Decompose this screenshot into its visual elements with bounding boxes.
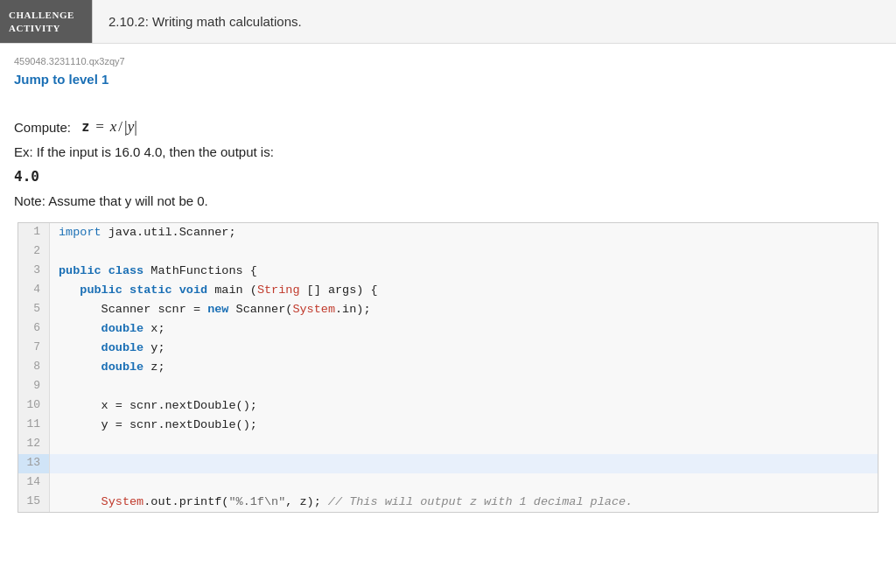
line-num-7: 7 — [18, 339, 50, 358]
code-line-5: 5 Scanner scnr = new Scanner(System.in); — [18, 300, 878, 319]
compute-line: Compute: z = x / | y | — [14, 118, 882, 136]
note-line: Note: Assume that y will not be 0. — [14, 193, 882, 208]
code-line-9: 9 — [18, 377, 878, 396]
line-num-6: 6 — [18, 319, 50, 339]
var-z: z — [81, 119, 89, 135]
code-line-6: 6 double x; — [18, 319, 878, 339]
line-num-15: 15 — [18, 493, 50, 512]
abs-y: | y | — [124, 118, 137, 136]
line-num-9: 9 — [18, 377, 50, 396]
line-num-3: 3 — [18, 262, 50, 281]
code-line-13[interactable]: 13 — [18, 454, 878, 473]
activity-label-line2: ACTIVITY — [9, 22, 83, 34]
session-id: 459048.3231110.qx3zqy7 — [14, 56, 882, 66]
code-line-11: 11 y = scnr.nextDouble(); — [18, 416, 878, 435]
line-content-11: y = scnr.nextDouble(); — [50, 416, 266, 435]
line-num-12: 12 — [18, 435, 50, 454]
division-slash: / — [118, 118, 122, 136]
activity-badge: CHALLENGE ACTIVITY — [0, 0, 92, 43]
line-content-4: public static void main (String [] args)… — [50, 281, 387, 300]
problem-section: Compute: z = x / | y | Ex: If the input … — [14, 118, 882, 208]
code-line-15: 15 System.out.printf("%.1f\n", z); // Th… — [18, 493, 878, 512]
line-content-9 — [50, 377, 67, 396]
line-num-5: 5 — [18, 300, 50, 319]
code-line-3: 3 public class MathFunctions { — [18, 262, 878, 281]
line-num-14: 14 — [18, 473, 50, 493]
line-content-7: double y; — [50, 339, 174, 358]
header-title: 2.10.2: Writing math calculations. — [93, 0, 318, 43]
line-num-2: 2 — [18, 242, 50, 262]
abs-var-y: y — [128, 118, 135, 136]
line-num-11: 11 — [18, 416, 50, 435]
line-content-13 — [50, 454, 67, 473]
line-content-15: System.out.printf("%.1f\n", z); // This … — [50, 493, 641, 512]
line-num-8: 8 — [18, 358, 50, 377]
compute-prefix: Compute: — [14, 120, 71, 135]
code-line-7: 7 double y; — [18, 339, 878, 358]
line-num-1: 1 — [18, 223, 50, 242]
header: CHALLENGE ACTIVITY 2.10.2: Writing math … — [0, 0, 896, 44]
line-content-14 — [50, 473, 67, 493]
line-content-1: import java.util.Scanner; — [50, 223, 245, 242]
line-content-3: public class MathFunctions { — [50, 262, 266, 281]
line-content-5: Scanner scnr = new Scanner(System.in); — [50, 300, 380, 319]
line-content-6: double x; — [50, 319, 174, 339]
line-content-8: double z; — [50, 358, 174, 377]
code-line-1: 1 import java.util.Scanner; — [18, 223, 878, 242]
activity-label-line1: CHALLENGE — [9, 9, 83, 21]
code-line-10: 10 x = scnr.nextDouble(); — [18, 396, 878, 416]
code-line-14: 14 — [18, 473, 878, 493]
code-line-4: 4 public static void main (String [] arg… — [18, 281, 878, 300]
line-num-4: 4 — [18, 281, 50, 300]
var-x: x — [110, 118, 117, 136]
line-content-10: x = scnr.nextDouble(); — [50, 396, 266, 416]
jump-to-level-link[interactable]: Jump to level 1 — [14, 72, 108, 87]
code-line-8: 8 double z; — [18, 358, 878, 377]
code-editor[interactable]: 1 import java.util.Scanner; 2 3 public c… — [18, 222, 878, 513]
line-num-10: 10 — [18, 396, 50, 416]
code-line-12: 12 — [18, 435, 878, 454]
math-formula: z = x / | y | — [81, 118, 137, 136]
abs-bar-right: | — [134, 119, 137, 135]
line-num-13: 13 — [18, 454, 50, 473]
line-content-2 — [50, 242, 67, 262]
example-line: Ex: If the input is 16.0 4.0, then the o… — [14, 144, 882, 159]
output-value: 4.0 — [14, 168, 882, 185]
content-area: 459048.3231110.qx3zqy7 Jump to level 1 C… — [0, 44, 896, 530]
code-line-2: 2 — [18, 242, 878, 262]
line-content-12 — [50, 435, 67, 454]
equals-sign: = — [94, 118, 104, 136]
